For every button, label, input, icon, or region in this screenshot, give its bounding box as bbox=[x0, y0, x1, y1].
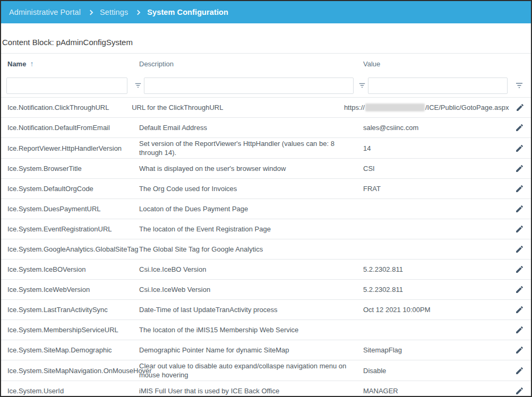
setting-name: Ice.System.IceWebVersion bbox=[1, 284, 139, 295]
setting-description: Csi.Ice.IceWeb Version bbox=[139, 284, 363, 295]
setting-name: Ice.System.DefaultOrgCode bbox=[1, 184, 139, 194]
setting-description: The Global Site Tag for Google Analytics bbox=[139, 244, 363, 255]
table-row: Ice.System.IceBOVersion Csi.Ice.IceBO Ve… bbox=[1, 259, 531, 279]
edit-button[interactable] bbox=[511, 201, 527, 217]
name-filter-menu-button[interactable] bbox=[132, 80, 144, 91]
table-row: Ice.System.SiteMap.Demographic Demograph… bbox=[1, 340, 531, 360]
value-text: CSI bbox=[363, 165, 375, 172]
setting-value bbox=[363, 329, 508, 331]
description-filter-menu-button[interactable] bbox=[356, 80, 368, 91]
table-row: Ice.System.EventRegistrationURL The loca… bbox=[1, 219, 531, 239]
setting-name: Ice.System.GoogleAnalytics.GlobalSiteTag bbox=[1, 244, 139, 254]
value-text: 14 bbox=[363, 144, 371, 152]
setting-value: Disable bbox=[363, 366, 508, 376]
value-text: SitemapFlag bbox=[363, 346, 402, 354]
setting-value: CSI bbox=[363, 163, 508, 174]
setting-value: 5.2.2302.811 bbox=[363, 264, 508, 274]
edit-button[interactable] bbox=[511, 383, 527, 397]
edit-button[interactable] bbox=[511, 342, 527, 358]
value-text: FRAT bbox=[363, 185, 381, 193]
setting-description: The Org Code used for Invoices bbox=[139, 183, 363, 194]
value-text: 5.2.2302.811 bbox=[363, 265, 403, 273]
pencil-icon bbox=[515, 285, 524, 294]
table-row: Ice.System.BrowserTitle What is displaye… bbox=[1, 158, 531, 178]
edit-button[interactable] bbox=[511, 140, 527, 156]
edit-button[interactable] bbox=[511, 181, 527, 197]
table-row: Ice.System.LastTranActivitySync Date-Tim… bbox=[1, 299, 531, 320]
pencil-icon bbox=[515, 164, 524, 173]
edit-button[interactable] bbox=[512, 100, 528, 116]
table-row: Ice.System.MembershipServiceURL The loca… bbox=[1, 320, 531, 340]
setting-description: What is displayed on the user's browser … bbox=[139, 163, 363, 174]
setting-name: Ice.System.LastTranActivitySync bbox=[1, 305, 139, 315]
setting-description: Demographic Pointer Name for dynamic Sit… bbox=[139, 344, 363, 356]
grid-filter-row bbox=[1, 74, 531, 97]
table-row: Ice.Notification.DefaultFromEmail Defaul… bbox=[1, 117, 531, 137]
setting-value: FRAT bbox=[363, 184, 508, 194]
setting-description: iMIS Full User that is used by ICE Back … bbox=[139, 385, 363, 396]
pencil-icon bbox=[515, 204, 524, 213]
pencil-icon bbox=[515, 325, 524, 334]
table-row: Ice.System.DefaultOrgCode The Org Code u… bbox=[1, 178, 531, 198]
column-header-value[interactable]: Value bbox=[363, 60, 508, 68]
setting-description: Set version of the ReportViewer's HttpHa… bbox=[139, 138, 363, 158]
edit-button[interactable] bbox=[511, 221, 527, 237]
setting-name: Ice.System.IceBOVersion bbox=[1, 264, 139, 274]
redacted-value bbox=[365, 103, 425, 111]
edit-button[interactable] bbox=[511, 363, 527, 378]
table-row: Ice.ReportViewer.HttpHandlerVersion Set … bbox=[1, 137, 531, 158]
setting-name: Ice.System.SiteMapNavigation.OnMouseHove… bbox=[1, 366, 139, 376]
description-filter-input[interactable] bbox=[144, 77, 354, 94]
table-row: Ice.Notification.ClickThroughURL URL for… bbox=[1, 97, 531, 117]
pencil-icon bbox=[515, 265, 524, 274]
pencil-icon bbox=[515, 346, 524, 355]
breadcrumb-item-administrative-portal[interactable]: Administrative Portal bbox=[9, 8, 81, 16]
breadcrumb-item-settings[interactable]: Settings bbox=[100, 8, 128, 16]
value-text: sales@csiinc.com bbox=[363, 124, 418, 132]
pencil-icon bbox=[515, 123, 524, 132]
setting-name: Ice.System.EventRegistrationURL bbox=[1, 224, 139, 234]
name-filter-input[interactable] bbox=[6, 77, 127, 94]
setting-value bbox=[363, 228, 508, 230]
setting-description: Csi.Ice.IceBO Version bbox=[139, 264, 363, 275]
setting-name: Ice.System.MembershipServiceURL bbox=[1, 325, 139, 335]
config-grid: Name↑ Description Value bbox=[1, 53, 531, 397]
sort-ascending-icon: ↑ bbox=[30, 59, 33, 68]
edit-button[interactable] bbox=[511, 322, 527, 338]
filter-icon bbox=[515, 82, 524, 89]
setting-value: 5.2.2302.811 bbox=[363, 284, 508, 295]
pencil-icon bbox=[515, 184, 524, 193]
value-filter-menu-button[interactable] bbox=[508, 80, 531, 91]
setting-value: 14 bbox=[363, 143, 508, 153]
app-window: Administrative Portal Settings System Co… bbox=[0, 0, 532, 397]
breadcrumb: Administrative Portal Settings System Co… bbox=[1, 1, 531, 23]
edit-button[interactable] bbox=[511, 241, 527, 257]
edit-button[interactable] bbox=[511, 262, 527, 278]
edit-button[interactable] bbox=[511, 302, 527, 318]
setting-description: The locaton of the iMIS15 Membership Web… bbox=[139, 324, 363, 335]
value-text: Disable bbox=[363, 367, 386, 375]
setting-value bbox=[363, 208, 508, 210]
value-text: MANAGER bbox=[363, 387, 398, 395]
setting-description: The locaton of the Event Registration Pa… bbox=[139, 223, 363, 235]
filter-icon bbox=[358, 82, 366, 89]
column-header-name[interactable]: Name↑ bbox=[1, 59, 139, 68]
setting-name: Ice.Notification.DefaultFromEmail bbox=[1, 123, 139, 133]
pencil-icon bbox=[515, 305, 524, 314]
table-row: Ice.System.IceWebVersion Csi.Ice.IceWeb … bbox=[1, 279, 531, 299]
value-filter-input[interactable] bbox=[368, 77, 508, 94]
table-row: Ice.System.GoogleAnalytics.GlobalSiteTag… bbox=[1, 239, 531, 259]
edit-button[interactable] bbox=[511, 120, 527, 136]
setting-value: MANAGER bbox=[363, 386, 508, 396]
column-header-description[interactable]: Description bbox=[139, 60, 363, 68]
table-body: Ice.Notification.ClickThroughURL URL for… bbox=[1, 97, 531, 397]
pencil-icon bbox=[515, 144, 524, 153]
setting-value: SitemapFlag bbox=[363, 345, 508, 355]
breadcrumb-item-system-configuration: System Configuration bbox=[147, 8, 228, 16]
setting-name: Ice.System.SiteMap.Demographic bbox=[1, 345, 139, 355]
chevron-right-icon bbox=[88, 10, 93, 15]
setting-description: Locaton of the Dues Payment Page bbox=[139, 203, 363, 214]
edit-button[interactable] bbox=[511, 282, 527, 298]
setting-value: Oct 12 2021 10:00PM bbox=[363, 305, 508, 315]
edit-button[interactable] bbox=[511, 161, 527, 177]
